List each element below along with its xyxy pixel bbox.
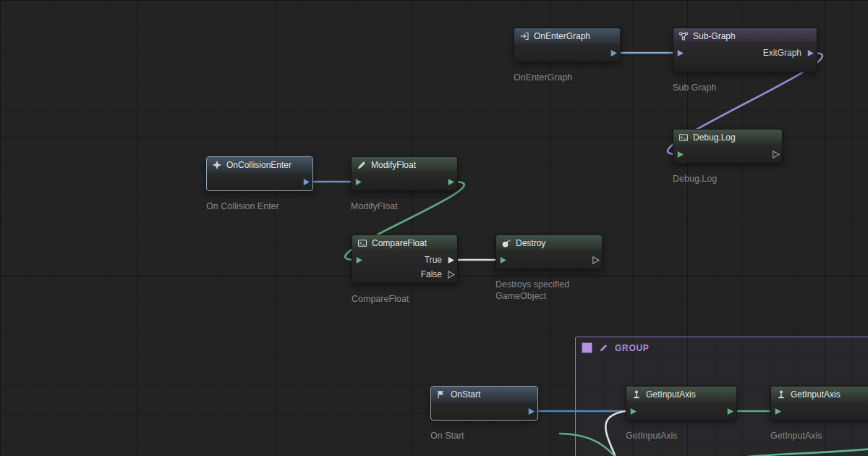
node-header[interactable]: Destroy bbox=[496, 235, 602, 251]
node-destroy[interactable]: Destroy bbox=[495, 235, 603, 269]
node-row bbox=[431, 404, 537, 418]
node-row bbox=[626, 404, 736, 418]
node-title: OnEnterGraph bbox=[534, 31, 590, 41]
pencil-icon bbox=[357, 160, 367, 170]
subgraph-icon bbox=[678, 31, 689, 41]
node-header[interactable]: OnCollisionEnter bbox=[207, 157, 312, 173]
output-port[interactable] bbox=[771, 150, 780, 159]
node-row bbox=[352, 174, 457, 189]
node-title: Debug.Log bbox=[693, 132, 736, 143]
enter-graph-icon bbox=[519, 31, 529, 41]
node-title: Destroy bbox=[516, 238, 545, 248]
node-title: OnStart bbox=[451, 389, 480, 400]
node-compare-float[interactable]: CompareFloatTrueFalse bbox=[352, 235, 458, 284]
node-sub-graph[interactable]: Sub-GraphExitGraph bbox=[673, 28, 817, 72]
node-on-collision-enter[interactable]: OnCollisionEnter bbox=[206, 156, 313, 191]
node-title: ModifyFloat bbox=[371, 160, 416, 170]
input-port[interactable] bbox=[629, 407, 637, 415]
port-label: True bbox=[366, 255, 443, 265]
node-row bbox=[514, 46, 620, 60]
node-caption: ModifyFloat bbox=[351, 200, 398, 212]
output-port[interactable] bbox=[446, 177, 455, 186]
node-title: GetInputAxis bbox=[791, 389, 841, 400]
joystick-icon bbox=[631, 389, 642, 400]
node-modify-float[interactable]: ModifyFloat bbox=[351, 156, 458, 191]
output-port[interactable] bbox=[806, 48, 814, 57]
node-header[interactable]: ModifyFloat bbox=[352, 157, 457, 173]
output-port[interactable] bbox=[446, 270, 455, 279]
node-header[interactable]: Sub-Graph bbox=[673, 28, 817, 44]
joystick-icon bbox=[776, 389, 786, 400]
start-icon bbox=[436, 389, 446, 400]
node-title: OnCollisionEnter bbox=[226, 160, 292, 170]
group-header[interactable]: GROUP bbox=[576, 337, 868, 358]
edit-pencil-icon[interactable] bbox=[599, 343, 608, 352]
port-label: False bbox=[354, 269, 443, 279]
node-row: ExitGraph bbox=[673, 46, 817, 60]
node-get-input-axis-2[interactable]: GetInputAxis bbox=[770, 386, 868, 421]
node-caption: CompareFloat bbox=[352, 293, 409, 305]
node-title: CompareFloat bbox=[372, 238, 427, 248]
node-caption: On Start bbox=[430, 430, 464, 442]
node-on-enter-graph[interactable]: OnEnterGraph bbox=[514, 28, 621, 62]
bomb-icon bbox=[501, 238, 511, 248]
node-row bbox=[207, 174, 312, 189]
node-title: Sub-Graph bbox=[693, 31, 736, 41]
group-label[interactable]: GROUP bbox=[615, 343, 650, 353]
node-caption: Destroys specified GameObject bbox=[495, 279, 569, 302]
node-caption: Sub Graph bbox=[673, 82, 716, 93]
node-row bbox=[673, 147, 782, 161]
node-debug-log[interactable]: Debug.Log bbox=[673, 129, 783, 164]
node-caption: OnEnterGraph bbox=[514, 72, 572, 83]
node-caption: On Collision Enter bbox=[206, 200, 279, 212]
node-caption: Debug.Log bbox=[673, 173, 717, 185]
node-header[interactable]: GetInputAxis bbox=[626, 387, 736, 402]
output-port[interactable] bbox=[609, 48, 618, 57]
node-on-start[interactable]: OnStart bbox=[430, 386, 538, 421]
node-header[interactable]: OnEnterGraph bbox=[514, 28, 620, 44]
output-port[interactable] bbox=[302, 177, 310, 186]
output-port[interactable] bbox=[527, 407, 535, 415]
input-port[interactable] bbox=[354, 256, 363, 264]
node-row bbox=[496, 253, 602, 267]
port-label: ExitGraph bbox=[687, 48, 803, 58]
node-get-input-axis-1[interactable]: GetInputAxis bbox=[626, 386, 737, 421]
node-header[interactable]: OnStart bbox=[431, 387, 537, 402]
node-header[interactable]: GetInputAxis bbox=[771, 387, 868, 402]
output-port[interactable] bbox=[446, 256, 455, 264]
console-icon bbox=[357, 238, 367, 248]
node-title: GetInputAxis bbox=[646, 389, 696, 400]
input-port[interactable] bbox=[676, 48, 684, 57]
output-port[interactable] bbox=[591, 256, 600, 264]
input-port[interactable] bbox=[676, 150, 684, 159]
input-port[interactable] bbox=[498, 256, 507, 264]
node-row bbox=[771, 404, 868, 418]
node-row: False bbox=[352, 267, 457, 282]
group-color-swatch[interactable] bbox=[582, 342, 592, 353]
node-row: True bbox=[352, 253, 457, 267]
input-port[interactable] bbox=[773, 407, 782, 415]
console-icon bbox=[678, 132, 689, 143]
output-port[interactable] bbox=[726, 407, 734, 415]
node-header[interactable]: CompareFloat bbox=[352, 235, 457, 251]
input-port[interactable] bbox=[354, 177, 362, 186]
collision-icon bbox=[212, 160, 222, 170]
node-header[interactable]: Debug.Log bbox=[673, 130, 782, 145]
graph-canvas[interactable]: GROUP OnEnterGraphSub-GraphExitGraphDebu… bbox=[0, 0, 868, 456]
